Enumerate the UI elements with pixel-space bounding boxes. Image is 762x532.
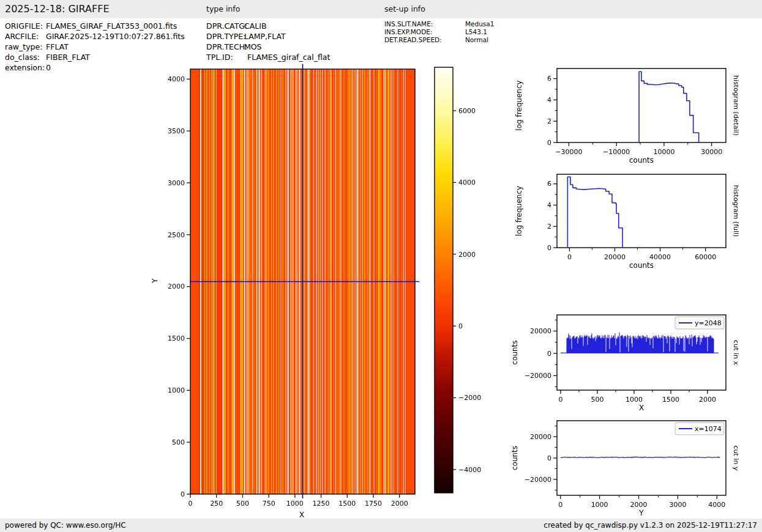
data-curve — [567, 177, 622, 248]
field-value: FFLAT — [46, 42, 69, 51]
axis-frame — [557, 68, 726, 142]
x-axis-label: counts — [629, 261, 654, 270]
field-value: Normal — [465, 36, 488, 43]
axis-frame — [557, 315, 726, 390]
type-info-row: DPR.CATG:CALIB — [206, 21, 330, 31]
colorbar-tick-label: 2000 — [458, 251, 476, 259]
data-curve — [639, 72, 699, 142]
field-value: GIRAF.2025-12-19T10:07:27.861.fits — [46, 32, 185, 41]
y-axis-label: counts — [510, 446, 519, 470]
x-tick-label: 60000 — [695, 253, 716, 261]
x-tick-label: −10000 — [603, 148, 630, 156]
section-header-type-info: type info — [206, 0, 240, 18]
y-tick-label: 0 — [547, 244, 551, 252]
legend-label: y=2048 — [695, 319, 722, 327]
x-tick-label: 750 — [263, 500, 275, 508]
x-tick-label: 500 — [591, 396, 604, 404]
field-value: MOS — [244, 42, 262, 51]
x-tick-label: 0 — [559, 396, 563, 404]
x-tick-label: 1250 — [313, 500, 330, 508]
setup-info-row: INS.SLIT.NAME:Medusa1 — [384, 20, 494, 28]
y-tick-label: 4 — [547, 96, 551, 104]
y-axis-label: log frequency — [515, 186, 523, 236]
cut-in-y-plot: 01000200030004000−20000020000countsYcut … — [510, 421, 740, 517]
y-tick-label: 4000 — [168, 75, 185, 83]
x-tick-label: 2000 — [630, 501, 648, 509]
histogram-detail-plot: −30000−1000010000300000246log frequencyc… — [515, 68, 740, 164]
field-label: DPR.TYPE: — [206, 31, 244, 42]
field-value: 0 — [46, 63, 51, 72]
y-tick-label: −20000 — [525, 476, 551, 484]
field-label: raw_type: — [5, 42, 46, 52]
y-tick-label: 500 — [172, 438, 185, 446]
y-tick-label: 0 — [181, 490, 185, 498]
setup-info-row: DET.READ.SPEED:Normal — [384, 36, 494, 44]
field-label: DPR.TECH: — [206, 42, 244, 52]
histogram-full-plot: 02000040000600000246log frequencycountsh… — [515, 174, 740, 270]
field-label: ARCFILE: — [5, 31, 46, 42]
field-value: FLAMES_giraf_cal_flat — [244, 53, 330, 62]
colorbar-tick-label: −2000 — [458, 394, 481, 402]
colorbar-tick-label: 4000 — [458, 179, 476, 187]
cut-in-x-plot: 0500100015002000−20000020000countsXcut i… — [510, 315, 740, 412]
noise-signal — [567, 333, 714, 353]
footer-bar: powered by QC: www.eso.org/HC created by… — [0, 519, 762, 532]
x-tick-label: 40000 — [649, 253, 671, 261]
colorbar-tick-label: −4000 — [458, 466, 481, 474]
x-tick-label: 3000 — [669, 501, 686, 509]
field-label: INS.SLIT.NAME: — [384, 20, 465, 28]
field-value: Medusa1 — [465, 20, 494, 28]
axis-frame — [557, 174, 726, 248]
colorbar-tick-label: 6000 — [458, 107, 476, 115]
type-info-row: DPR.TECH:MOS — [206, 42, 330, 52]
x-tick-label: 1750 — [365, 500, 382, 508]
header-bar: 2025-12-18: GIRAFFE type info set-up inf… — [0, 0, 762, 18]
x-tick-label: 4000 — [708, 501, 725, 509]
x-axis-label: Y — [638, 509, 644, 517]
file-info-row: do_class:FIBER_FLAT — [5, 52, 185, 62]
footer-created-by: created by qc_rawdisp.py v1.2.3 on 2025-… — [543, 519, 757, 532]
field-label: INS.EXP.MODE: — [384, 28, 465, 36]
right-axis-label: cut in y — [732, 446, 740, 471]
field-label: DPR.CATG: — [206, 21, 244, 31]
y-tick-label: 1000 — [168, 386, 185, 394]
y-axis-label: Y — [151, 278, 159, 284]
field-value: L543.1 — [465, 28, 487, 35]
x-tick-label: 1500 — [662, 396, 679, 404]
y-tick-label: 2 — [547, 223, 551, 231]
y-tick-label: 2500 — [168, 231, 185, 239]
legend-box — [675, 423, 724, 435]
y-tick-label: 2 — [547, 117, 551, 125]
field-label: extension: — [5, 62, 46, 73]
x-axis-label: X — [639, 404, 644, 412]
y-axis-label: counts — [510, 340, 519, 364]
footer-powered-by: powered by QC: www.eso.org/HC — [5, 519, 126, 532]
x-tick-label: 0 — [567, 253, 572, 261]
raw-image-canvas — [190, 69, 415, 494]
y-tick-label: 4 — [547, 201, 551, 209]
y-tick-label: 2000 — [168, 283, 185, 290]
y-tick-label: 3000 — [168, 179, 185, 187]
x-tick-label: −30000 — [555, 148, 582, 156]
y-tick-label: 1500 — [168, 334, 185, 342]
qc-report-page: 2025-12-18: GIRAFFE type info set-up inf… — [0, 0, 762, 532]
file-info-row: ARCFILE:GIRAF.2025-12-19T10:07:27.861.fi… — [5, 31, 185, 42]
file-info-row: raw_type:FFLAT — [5, 42, 185, 52]
y-tick-label: 6 — [547, 180, 551, 188]
colorbar-gradient — [435, 67, 453, 493]
x-tick-label: 20000 — [604, 253, 626, 261]
y-tick-label: 20000 — [530, 433, 551, 441]
x-tick-label: 1000 — [626, 396, 643, 404]
x-tick-label: 500 — [236, 500, 249, 508]
x-tick-label: 1000 — [591, 501, 608, 509]
field-value: FIBER_FLAT — [46, 53, 90, 62]
x-tick-label: 2000 — [699, 396, 716, 404]
y-tick-label: −20000 — [525, 372, 551, 380]
legend-label: x=1074 — [695, 425, 722, 433]
setup-info-block: INS.SLIT.NAME:Medusa1 INS.EXP.MODE:L543.… — [384, 20, 494, 44]
file-info-block: ORIGFILE:FLAMES_GIRAF_FLAT353_0001.fits … — [5, 21, 185, 73]
y-tick-label: 0 — [547, 350, 551, 358]
file-info-row: extension:0 — [5, 62, 185, 73]
page-title: 2025-12-18: GIRAFFE — [5, 0, 110, 18]
x-tick-label: 1000 — [286, 500, 304, 508]
